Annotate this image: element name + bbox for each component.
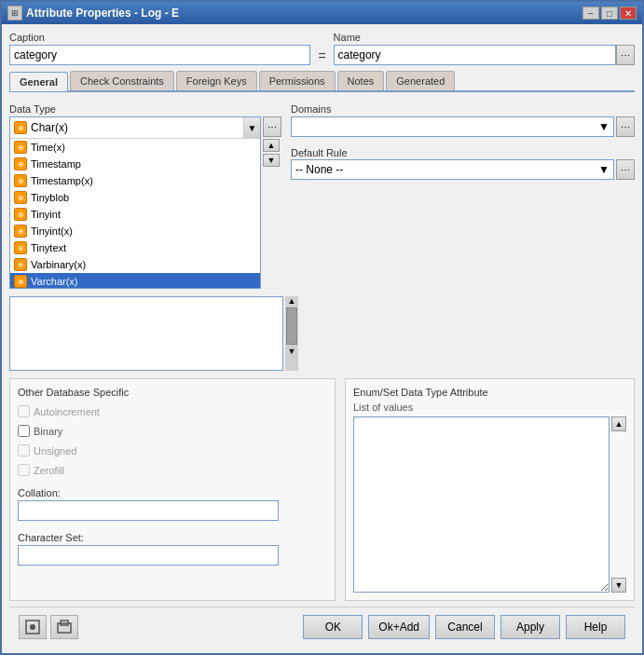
data-type-domains-row: Data Type ⊕ Char(x) ▼: [9, 103, 635, 289]
enum-scroll-down[interactable]: ▼: [611, 578, 626, 593]
data-type-up-button[interactable]: ▲: [263, 139, 280, 152]
bottom-icon-1[interactable]: [19, 615, 47, 639]
enum-scroll-track: [611, 433, 626, 576]
enum-set-section: Enum/Set Data Type Attribute List of val…: [345, 378, 635, 601]
data-type-arrow[interactable]: ▼: [243, 117, 260, 138]
default-rule-control: -- None -- ▼ ⋯: [291, 159, 635, 180]
name-extra-button[interactable]: ⋯: [616, 45, 635, 65]
caption-group: Caption: [9, 32, 310, 65]
data-type-dropdown[interactable]: ⊕ Char(x) ▼ ⊕Time(x) ⊕Timestamp ⊕Timesta…: [9, 116, 261, 289]
data-type-header[interactable]: ⊕ Char(x) ▼: [10, 117, 260, 139]
equals-sign: =: [318, 48, 325, 63]
list-item-icon: ⊕: [14, 241, 27, 254]
unsigned-checkbox[interactable]: [18, 444, 30, 457]
character-set-label: Character Set:: [18, 532, 327, 543]
list-item-icon: ⊕: [14, 157, 27, 171]
tab-general[interactable]: General: [9, 72, 68, 91]
list-item[interactable]: ⊕Timestamp: [10, 156, 260, 172]
default-rule-section: Default Rule -- None -- ▼ ⋯: [291, 146, 635, 180]
apply-button[interactable]: Apply: [500, 615, 560, 639]
domains-label: Domains: [291, 103, 635, 115]
domains-dropdown[interactable]: ▼: [291, 116, 614, 137]
data-type-text-area[interactable]: [9, 296, 283, 371]
list-item-icon: ⊕: [14, 258, 27, 271]
text-area-row: ▲ ▼: [9, 296, 635, 371]
name-input[interactable]: [334, 45, 616, 65]
data-type-down-button[interactable]: ▼: [263, 154, 280, 167]
data-type-list[interactable]: ⊕Time(x) ⊕Timestamp ⊕Timestamp(x) ⊕Tinyb…: [10, 139, 260, 288]
tab-notes[interactable]: Notes: [337, 71, 385, 90]
text-area-scrollbar[interactable]: ▲ ▼: [285, 296, 298, 371]
list-item[interactable]: ⊕Timestamp(x): [10, 172, 260, 189]
name-label: Name: [334, 32, 635, 43]
tab-foreign-keys[interactable]: Foreign Keys: [176, 71, 257, 90]
bottom-left-buttons: [19, 615, 78, 639]
data-type-section: Data Type ⊕ Char(x) ▼: [9, 103, 281, 289]
data-type-label: Data Type: [9, 103, 281, 115]
caption-input[interactable]: [9, 45, 310, 65]
tab-permissions[interactable]: Permissions: [259, 71, 336, 90]
collation-input[interactable]: [18, 500, 279, 521]
name-group: Name ⋯: [334, 32, 635, 65]
enum-scroll-up[interactable]: ▲: [611, 416, 626, 431]
list-item[interactable]: ⊕Tinytext: [10, 239, 260, 256]
caption-name-row: Caption = Name ⋯: [9, 32, 635, 65]
help-button[interactable]: Help: [566, 615, 625, 639]
list-item-selected[interactable]: ⊕Varchar(x): [10, 273, 260, 288]
list-item-icon: ⊕: [14, 225, 27, 238]
list-item[interactable]: ⊕Tinyint(x): [10, 223, 260, 239]
list-item[interactable]: ⊕Tinyblob: [10, 189, 260, 206]
default-rule-extra-button[interactable]: ⋯: [616, 159, 635, 180]
character-set-input[interactable]: [18, 545, 279, 566]
list-item-icon: ⊕: [14, 191, 27, 204]
domains-extra-button[interactable]: ⋯: [616, 116, 635, 137]
data-type-extra-button[interactable]: ⋯: [263, 116, 281, 137]
tabs-bar: General Check Constraints Foreign Keys P…: [9, 71, 635, 92]
unsigned-row: Unsigned: [18, 444, 327, 457]
enum-list-box[interactable]: [353, 416, 610, 593]
list-item-icon: ⊕: [14, 208, 27, 221]
binary-checkbox[interactable]: [18, 425, 30, 437]
ok-button[interactable]: OK: [303, 615, 363, 639]
bottom-right-buttons: OK Ok+Add Cancel Apply Help: [303, 615, 625, 639]
ok-add-button[interactable]: Ok+Add: [368, 615, 430, 639]
minimize-button[interactable]: −: [582, 7, 599, 20]
text-area-wrap: ▲ ▼: [9, 296, 298, 371]
data-type-side-buttons: ⋯ ▲ ▼: [263, 116, 281, 167]
autoincrement-checkbox[interactable]: [18, 405, 30, 417]
autoincrement-row: Autoincrement: [18, 405, 327, 417]
zerofill-row: Zerofill: [18, 464, 327, 476]
enum-scroll-buttons: ▲ ▼: [611, 416, 626, 593]
tab-check-constraints[interactable]: Check Constraints: [70, 71, 174, 90]
enum-set-title: Enum/Set Data Type Attribute: [353, 387, 626, 398]
list-item[interactable]: ⊕Tinyint: [10, 206, 260, 223]
svg-point-1: [30, 624, 35, 630]
other-db-title: Other Database Specific: [18, 387, 327, 398]
title-bar: ⊞ Attribute Properties - Log - E − □ ✕: [2, 2, 642, 24]
collation-field: Collation:: [18, 487, 327, 521]
bottom-bar: OK Ok+Add Cancel Apply Help: [9, 607, 635, 646]
cancel-button[interactable]: Cancel: [435, 615, 495, 639]
close-button[interactable]: ✕: [620, 7, 637, 20]
list-item-icon: ⊕: [14, 141, 27, 154]
title-controls: − □ ✕: [582, 7, 637, 20]
collation-label: Collation:: [18, 487, 327, 498]
data-type-dropdown-wrap: ⊕ Char(x) ▼ ⊕Time(x) ⊕Timestamp ⊕Timesta…: [9, 116, 261, 289]
binary-label: Binary: [34, 426, 62, 437]
zerofill-checkbox[interactable]: [18, 464, 30, 476]
list-item[interactable]: ⊕Time(x): [10, 139, 260, 156]
list-item[interactable]: ⊕Varbinary(x): [10, 256, 260, 273]
maximize-button[interactable]: □: [601, 7, 618, 20]
bottom-icon-2[interactable]: [50, 615, 78, 639]
main-area: Other Database Specific Autoincrement Bi…: [9, 378, 635, 601]
list-item-icon: ⊕: [14, 174, 27, 187]
list-item-icon: ⊕: [14, 275, 27, 288]
zerofill-label: Zerofill: [34, 465, 64, 476]
autoincrement-label: Autoincrement: [34, 406, 100, 417]
scrollbar-thumb: [286, 307, 297, 345]
tab-generated[interactable]: Generated: [386, 71, 455, 90]
data-type-controls: ⊕ Char(x) ▼ ⊕Time(x) ⊕Timestamp ⊕Timesta…: [9, 116, 281, 289]
dialog-content: Caption = Name ⋯ General Check Constrain…: [2, 24, 642, 653]
default-rule-dropdown[interactable]: -- None -- ▼: [291, 159, 614, 180]
domains-control: ▼ ⋯: [291, 116, 635, 137]
